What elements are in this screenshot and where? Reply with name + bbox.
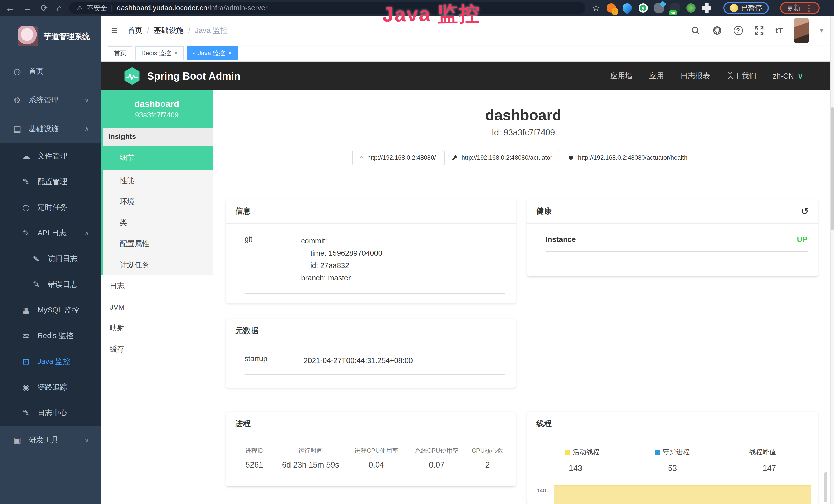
sba-nav-about[interactable]: 关于我们 [727,71,756,81]
sidebar-item-error-logs[interactable]: ✎ 错误日志 [0,272,101,297]
health-url-button[interactable]: http://192.168.0.2:48080/actuator/health [561,150,694,165]
info-git-row: git commit: time: 1596289704000 id: 27aa… [226,224,516,302]
locale-label: zh-CN [773,72,794,81]
sidebar-item-dev-tools[interactable]: ▣ 研发工具 ∨ [0,426,101,455]
pin-extension-icon[interactable] [620,2,634,15]
y-axis-tick: 140 [527,487,551,494]
sba-locale-select[interactable]: zh-CN ∨ [773,72,803,81]
insecure-warning-icon[interactable]: ⚠ [77,4,83,12]
git-branch-line: branch: master [301,272,382,284]
font-size-icon[interactable]: tT [776,26,783,35]
tab-home[interactable]: 首页 [108,46,132,60]
window-scrollbar-thumb[interactable] [831,107,834,230]
leaf-extension-icon[interactable] [686,3,696,13]
chart-area-fill [554,485,811,504]
close-icon[interactable]: × [228,49,232,57]
browser-update-button[interactable]: 更新 ⋮ [780,2,820,14]
reload-icon[interactable]: ⟳ [41,4,48,12]
forward-icon[interactable]: → [23,4,32,12]
insights-group-header[interactable]: Insights [103,128,213,145]
help-icon[interactable]: ? [733,26,743,35]
hamburger-icon[interactable]: ≡ [111,25,118,36]
close-icon[interactable]: × [174,49,178,57]
active-dot-icon: ● [193,51,195,55]
breadcrumb-infrastructure[interactable]: 基础设施 [154,25,184,36]
process-col-header: 运行时间 [275,446,346,455]
sidebar-item-scheduled-tasks[interactable]: ◷ 定时任务 [0,194,101,220]
sba-item-mappings[interactable]: 映射 [101,318,213,339]
puzzle-extensions-icon[interactable] [702,3,711,13]
user-avatar[interactable] [794,18,809,43]
database-icon: ▦ [20,305,32,315]
sidebar-item-system[interactable]: ⚙ 系统管理 ∨ [0,86,101,115]
sba-item-classes[interactable]: 类 [103,212,213,233]
sidebar-item-file-management[interactable]: ☁ 文件管理 [0,143,101,169]
health-instance-row[interactable]: Instance UP [546,235,808,252]
github-icon[interactable] [712,25,722,36]
tab-label: 首页 [114,49,126,57]
history-icon[interactable]: ↺ [801,207,809,216]
sba-item-environment[interactable]: 环境 [103,191,213,212]
sba-item-details[interactable]: 细节 [103,145,213,170]
switch-extension-icon[interactable]: on [671,3,680,13]
paused-profile-button[interactable]: 已暂停 [723,2,769,14]
sba-item-metrics[interactable]: 性能 [103,170,213,191]
sidebar-item-label: 首页 [29,66,101,76]
sidebar-item-trace[interactable]: ◉ 链路追踪 [0,374,101,400]
browser-menu-icon[interactable]: ⋮ [805,4,813,13]
grid-extension-icon[interactable] [655,3,664,13]
breadcrumb-home[interactable]: 首页 [128,25,142,36]
sidebar-item-access-logs[interactable]: ✎ 访问日志 [0,246,101,272]
log-icon: ✎ [20,408,32,418]
sidebar-item-config-management[interactable]: ✎ 配置管理 [0,169,101,194]
service-url-button[interactable]: ⌂ http://192.168.0.2:48080/ [352,150,443,165]
sidebar-item-api-logs[interactable]: ✎ API 日志 ∧ [0,220,101,246]
sidebar-item-java-monitor[interactable]: ⊡ Java 监控 [0,349,101,374]
search-icon[interactable] [690,25,701,36]
bookmark-star-icon[interactable]: ☆ [592,3,600,13]
sba-nav-applications[interactable]: 应用 [649,71,664,81]
tab-redis-monitor[interactable]: Redis 监控 × [135,46,184,60]
y-extension-icon[interactable]: y [639,3,648,13]
sba-item-config-props[interactable]: 配置属性 [103,233,213,254]
live-threads-value: 143 [527,464,624,473]
back-icon[interactable]: ← [6,4,14,12]
instance-header[interactable]: dashboard 93a3fc7f7409 [101,90,213,128]
extension-icon[interactable]: 1 [607,3,616,13]
sba-title: Spring Boot Admin [147,70,240,82]
git-id-line: id: 27aa832 [310,259,382,272]
sba-nav-wallboard[interactable]: 应用墙 [610,71,633,81]
daemon-threads-value: 53 [624,464,721,473]
sba-item-scheduled-tasks[interactable]: 计划任务 [103,254,213,275]
process-col-header: CPU核心数 [467,446,508,455]
sidebar-item-home[interactable]: ◎ 首页 [0,57,101,86]
wrench-icon [451,154,458,161]
content-scrollbar-thumb[interactable] [824,472,827,502]
tab-java-monitor[interactable]: ● Java 监控 × [187,46,238,60]
actuator-url-button[interactable]: http://192.168.0.2:48080/actuator [444,150,559,165]
sba-brand[interactable]: Spring Boot Admin [124,67,240,85]
avatar-caret-icon[interactable]: ▾ [820,26,823,35]
sidebar-item-redis-monitor[interactable]: ≋ Redis 监控 [0,323,101,349]
sba-item-jvm[interactable]: JVM [101,297,213,318]
sidebar-item-infrastructure[interactable]: ▤ 基础设施 ∧ [0,115,101,143]
emoji-face-icon [730,4,738,12]
sidebar-item-log-center[interactable]: ✎ 日志中心 [0,400,101,426]
redis-icon: ≋ [20,331,32,341]
update-label: 更新 [787,3,800,13]
brand-row[interactable]: 芋道管理系统 [0,16,101,57]
home-icon[interactable]: ⌂ [57,4,62,12]
threads-card-title: 线程 [527,412,818,436]
sidebar-item-mysql-monitor[interactable]: ▦ MySQL 监控 [0,297,101,323]
sba-item-logs[interactable]: 日志 [101,275,213,297]
breadcrumb: 首页 / 基础设施 / Java 监控 [128,25,227,36]
sba-nav-journal[interactable]: 日志报表 [680,71,710,81]
address-bar[interactable]: ⚠ 不安全 | dashboard.yudao.iocoder.cn/infra… [69,2,585,14]
sba-item-caches[interactable]: 缓存 [101,339,213,360]
threads-values: 143 53 147 [527,464,818,473]
fullscreen-icon[interactable] [754,25,764,36]
brand-logo-image [18,26,38,46]
process-table: 进程ID 运行时间 进程CPU使用率 系统CPU使用率 CPU核心数 5261 … [226,436,516,469]
window-scrollbar[interactable] [830,16,834,504]
sba-logo-icon [124,67,140,85]
